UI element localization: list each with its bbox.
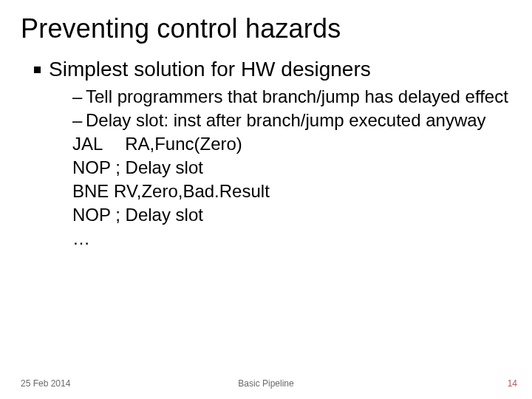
sub-item: Delay slot: inst after branch/jump execu… bbox=[72, 109, 511, 132]
code-line: NOP ; Delay slot bbox=[72, 204, 511, 226]
bullet-text: Simplest solution for HW designers bbox=[49, 58, 371, 81]
footer-center: Basic Pipeline bbox=[238, 378, 293, 389]
code-line: JAL RA,Func(Zero) bbox=[72, 133, 511, 155]
footer-date: 25 Feb 2014 bbox=[21, 378, 70, 389]
bullet-list: Simplest solution for HW designers Tell … bbox=[21, 58, 511, 250]
footer-page-number: 14 bbox=[508, 378, 517, 389]
code-line: BNE RV,Zero,Bad.Result bbox=[72, 180, 511, 202]
code-line: … bbox=[72, 228, 511, 250]
sub-list: Tell programmers that branch/jump has de… bbox=[49, 86, 511, 250]
slide: Preventing control hazards Simplest solu… bbox=[0, 0, 532, 399]
sub-item: Tell programmers that branch/jump has de… bbox=[72, 86, 511, 108]
code-line: NOP ; Delay slot bbox=[72, 157, 511, 179]
bullet-item: Simplest solution for HW designers Tell … bbox=[34, 58, 511, 250]
slide-title: Preventing control hazards bbox=[21, 13, 511, 44]
